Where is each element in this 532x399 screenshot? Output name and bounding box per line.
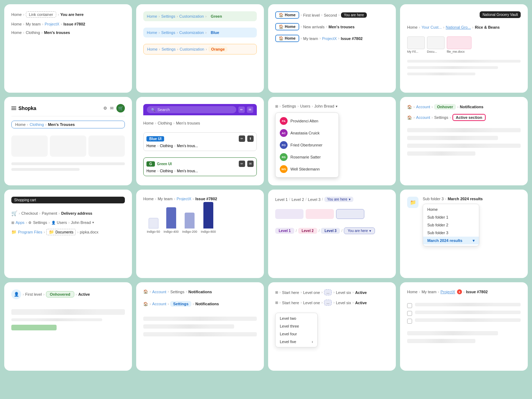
bc-home[interactable]: Home — [147, 47, 157, 51]
bc-account2[interactable]: Account — [416, 115, 430, 120]
march-subfolder2[interactable]: Sub folder 2 — [423, 221, 479, 229]
blue-share-icon[interactable]: ⬆ — [247, 135, 254, 142]
bc-sep: › — [23, 22, 24, 26]
bc-start-here-row2: ⊞ › Start here › Level one › ... › Level… — [275, 300, 389, 306]
user-item-3[interactable]: FO Fried Oberbrunner — [276, 139, 339, 151]
bc-home[interactable]: Home — [147, 14, 157, 18]
march-results-active[interactable]: March 2024 results ▾ — [423, 237, 479, 244]
notif-skeleton — [143, 317, 257, 339]
file-list: My Fil... Docu... file_me.docx — [407, 36, 521, 53]
checkbox-1[interactable] — [407, 303, 412, 308]
bc-sep: › — [61, 22, 62, 26]
bc-projectx-badge: Home › My team › ProjectX 3 › Issue #780… — [407, 289, 521, 294]
bc-level-six: Level six — [336, 290, 351, 295]
bc-issue-badge: Issue #7802 — [466, 290, 488, 294]
level-two-item[interactable]: Level two — [276, 314, 317, 322]
user-item-1[interactable]: PA Providenci Alten — [276, 115, 339, 127]
bc-clothing[interactable]: Clothing — [30, 122, 44, 127]
subfolder-content: Sub folder 3 › March 2024 results Home S… — [423, 197, 521, 246]
bc-settings[interactable]: Settings — [161, 30, 175, 35]
green-mail-icon[interactable]: ✉ — [247, 161, 254, 167]
bc-customization[interactable]: Customization — [179, 30, 204, 35]
march-dropdown-arrow[interactable]: ▾ — [473, 238, 475, 243]
bc-customization[interactable]: Customization — [180, 47, 204, 51]
bc-onhover[interactable]: Onhover — [434, 104, 456, 110]
march-home[interactable]: Home — [423, 206, 479, 213]
bc-sep: › — [23, 13, 24, 17]
bc-dashboard: ⊞ › Settings › Users › John Bread ▾ — [275, 104, 389, 108]
user-item-2[interactable]: AC Anastasia Cruick — [276, 127, 339, 139]
bc-dashboard-icon: ⊞ — [275, 104, 278, 108]
bc-account[interactable]: Account — [416, 105, 430, 109]
bc-projectx[interactable]: ProjectX — [177, 197, 191, 201]
bc-projectx-link[interactable]: ProjectX — [440, 290, 455, 294]
bc-home-icon2: 🏠 — [143, 302, 148, 306]
green-edit-icon[interactable]: ✏ — [239, 161, 245, 167]
bc-orange-row: Home › Settings › Customization › Orange — [143, 44, 257, 54]
checkbox-2[interactable] — [407, 311, 412, 316]
bc-clothing: Clothing — [26, 30, 40, 35]
dropdown-arrow-sm[interactable]: ▾ — [92, 221, 94, 224]
bc-file-manager: Home › Your Cust... › National Gro... › … — [407, 25, 521, 29]
bc-your-cust[interactable]: Your Cust... — [422, 25, 442, 29]
bc-multi-top: Home › Clothing › Men's trouses — [143, 121, 257, 125]
user-item-5[interactable]: WS Well Stiedemann — [276, 163, 339, 175]
sk-n1 — [143, 317, 257, 321]
user-item-4[interactable]: RS Rosemarie Satter — [276, 151, 339, 163]
bc-settings-active-sn[interactable]: Settings — [170, 301, 191, 307]
bc-dots: ... — [324, 289, 332, 295]
level-three-item[interactable]: Level three — [276, 322, 317, 330]
bc-projectx[interactable]: ProjectX — [45, 22, 59, 26]
sk-n2 — [143, 324, 234, 329]
green-ui-name: Green UI — [157, 162, 172, 166]
edit-icon[interactable]: ✏ — [238, 106, 245, 113]
bc-account-sn2[interactable]: Account — [152, 302, 166, 306]
search-bar[interactable]: 🔍 Search — [147, 106, 236, 113]
chip-dropdown-arrow[interactable]: ▾ — [369, 229, 371, 233]
march-subfolder3[interactable]: Sub folder 3 — [423, 229, 479, 237]
bc-onhovered-badge[interactable]: Onhovered — [46, 291, 74, 297]
bc-settings[interactable]: Settings — [162, 47, 176, 51]
bc-yah-row3: 🏠 Home › My team › ProjectX › Issue #780… — [275, 35, 389, 42]
level-five-arrow: › — [312, 340, 313, 344]
blue-edit-icon[interactable]: ✏ — [239, 135, 245, 142]
level-four-item[interactable]: Level four — [276, 330, 317, 338]
bc-national[interactable]: National Gro... — [446, 25, 471, 29]
bc-customization[interactable]: Customization — [179, 14, 204, 18]
card-account-notif: 🏠 › Account › Onhover › Notifications 🏠 … — [400, 97, 528, 185]
settings-icon[interactable]: ⚙ — [103, 106, 107, 111]
bc-link-container[interactable]: Link container — [26, 11, 57, 18]
bc-apps-text[interactable]: Apps — [16, 220, 24, 225]
level-five-item[interactable]: Level five › — [276, 338, 317, 346]
bc-program-files[interactable]: Program Files — [18, 230, 42, 234]
indigo-bar-chart: Indigo-50 Indigo-400 Indigo-200 Indigo-8… — [143, 205, 257, 233]
bc-settings[interactable]: Settings — [161, 14, 175, 18]
bc-start-here2: Start here — [282, 301, 299, 305]
cart-icon[interactable]: 🛒 — [116, 104, 125, 112]
email-icon[interactable]: ✉ — [110, 106, 114, 111]
bc-home[interactable]: Home — [147, 30, 157, 35]
dropdown-arrow-lvl[interactable]: ▾ — [349, 197, 351, 201]
bc-indigo-top: Home › My team › ProjectX › Issue #7802 — [143, 197, 257, 201]
file-thumb-2 — [427, 36, 445, 49]
hamburger-icon[interactable] — [11, 106, 16, 110]
level-dropdown: Level two Level three Level four Level f… — [275, 313, 318, 347]
user-dropdown: PA Providenci Alten AC Anastasia Cruick … — [275, 112, 339, 178]
skeleton-content — [407, 128, 521, 158]
bc-clothing: Clothing — [160, 169, 173, 173]
settings-icon-sm: ⚙ — [28, 221, 31, 225]
bc-account-sn[interactable]: Account — [152, 290, 166, 294]
bc-home-icon2: 🏠 — [407, 115, 412, 120]
bc-start-here-row1: ⊞ › Start here › Level one › ... › Level… — [275, 289, 389, 295]
bc-dots2: ... — [324, 300, 332, 306]
bc-projectx-yah[interactable]: ProjectX — [322, 36, 337, 41]
march-subfolder1[interactable]: Sub folder 1 — [423, 213, 479, 221]
bc-settings-notif-row1: 🏠 › Account › Settings › Notifications — [143, 289, 257, 294]
mail-icon[interactable]: ✉ — [247, 106, 253, 113]
card-projectx-badge: Home › My team › ProjectX 3 › Issue #780… — [400, 282, 528, 371]
bc-clothing: Clothing — [160, 144, 173, 148]
bc-apps: ⊞ Apps › ⚙ Settings › 👤 Users › John Bre… — [11, 220, 125, 225]
checkbox-3[interactable] — [407, 319, 412, 324]
dropdown-arrow[interactable]: ▾ — [336, 104, 337, 108]
avatar-ac: AC — [280, 129, 288, 137]
